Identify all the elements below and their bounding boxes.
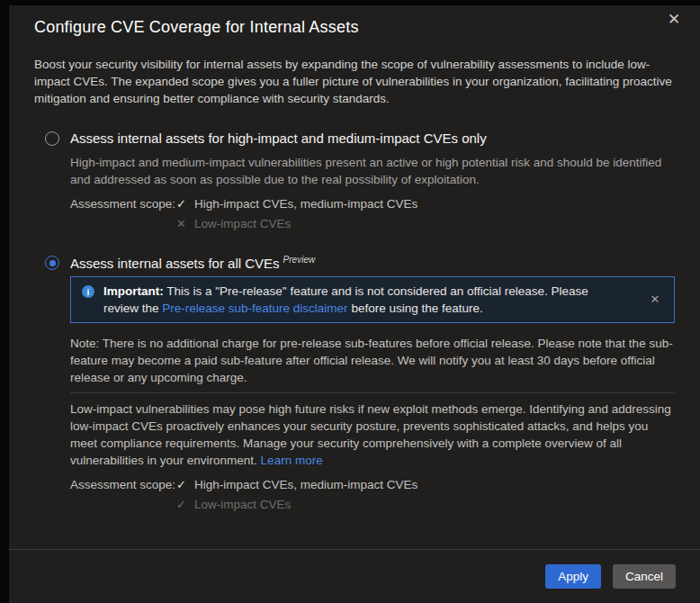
prerelease-disclaimer-link[interactable]: Pre-release sub-feature disclaimer bbox=[162, 302, 347, 315]
prerelease-banner: i Important: This is a "Pre-release" fea… bbox=[70, 276, 675, 323]
apply-button[interactable]: Apply bbox=[545, 564, 601, 589]
check-icon: ✓ bbox=[176, 197, 194, 211]
option-label[interactable]: Assess internal assets for all CVEsPrevi… bbox=[70, 255, 315, 271]
details-body: Low-impact vulnerabilities may pose high… bbox=[70, 402, 671, 467]
info-icon: i bbox=[82, 285, 94, 298]
scope-label: Assessment scope: bbox=[70, 197, 176, 230]
option-high-medium-only: Assess internal assets for high-impact a… bbox=[34, 130, 675, 230]
scope-text: High-impact CVEs, medium-impact CVEs bbox=[194, 197, 417, 211]
scope-text: Low-impact CVEs bbox=[194, 217, 291, 230]
scope-text: Low-impact CVEs bbox=[194, 498, 291, 511]
option-all-cves: Assess internal assets for all CVEsPrevi… bbox=[34, 255, 675, 511]
preview-badge: Preview bbox=[283, 255, 316, 265]
cancel-button[interactable]: Cancel bbox=[613, 564, 676, 589]
assessment-scope: Assessment scope: ✓ High-impact CVEs, me… bbox=[70, 478, 675, 511]
option-label[interactable]: Assess internal assets for high-impact a… bbox=[70, 130, 487, 146]
dialog-footer: Apply Cancel bbox=[9, 549, 700, 603]
banner-text-after-link: before using the feature. bbox=[348, 302, 483, 315]
banner-bold-text: Important: bbox=[103, 284, 164, 298]
x-icon: ✕ bbox=[176, 217, 194, 230]
banner-text: Important: This is a "Pre-release" featu… bbox=[103, 283, 645, 317]
learn-more-link[interactable]: Learn more bbox=[261, 454, 323, 467]
details-text: Low-impact vulnerabilities may pose high… bbox=[70, 400, 675, 469]
close-icon[interactable]: ✕ bbox=[660, 5, 687, 32]
scope-row: ✓ Low-impact CVEs bbox=[176, 498, 417, 511]
scope-row: ✓ High-impact CVEs, medium-impact CVEs bbox=[176, 478, 417, 491]
check-icon: ✓ bbox=[176, 498, 194, 511]
radio-high-medium-only[interactable] bbox=[45, 131, 59, 146]
section-divider bbox=[70, 392, 675, 393]
scope-text: High-impact CVEs, medium-impact CVEs bbox=[194, 478, 417, 491]
check-icon: ✓ bbox=[176, 478, 194, 491]
option-label-text: Assess internal assets for all CVEs bbox=[70, 256, 280, 271]
intro-text: Boost your security visibility for inter… bbox=[34, 56, 675, 107]
banner-dismiss-icon[interactable]: ✕ bbox=[645, 289, 665, 309]
scope-row: ✓ High-impact CVEs, medium-impact CVEs bbox=[176, 197, 417, 211]
dialog-header: Configure CVE Coverage for Internal Asse… bbox=[34, 5, 675, 37]
configure-cve-coverage-dialog: Configure CVE Coverage for Internal Asse… bbox=[9, 5, 700, 603]
scope-row: ✕ Low-impact CVEs bbox=[176, 217, 417, 230]
option-description: High-impact and medium-impact vulnerabil… bbox=[70, 154, 675, 188]
note-text: Note: There is no additional charge for … bbox=[70, 335, 675, 386]
scope-label: Assessment scope: bbox=[70, 478, 176, 511]
assessment-scope: Assessment scope: ✓ High-impact CVEs, me… bbox=[70, 197, 675, 230]
dialog-title: Configure CVE Coverage for Internal Asse… bbox=[34, 18, 675, 37]
radio-all-cves[interactable] bbox=[45, 256, 59, 270]
